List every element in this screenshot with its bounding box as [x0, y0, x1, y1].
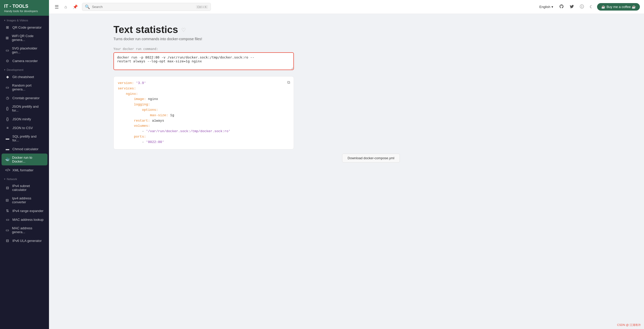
main-content: Text statistics ♡ Turns docker run comma…	[98, 14, 644, 329]
pin-button[interactable]: 📌	[71, 3, 79, 10]
sidebar-item-json-csv[interactable]: ≡ JSON to CSV	[2, 124, 47, 132]
lines-icon: ≡	[5, 126, 10, 130]
page-title: Text statistics	[113, 24, 178, 35]
buy-coffee-button[interactable]: ☕ Buy me a coffee ☕	[597, 3, 640, 11]
braces-icon: {}	[5, 117, 10, 121]
app-title: IT - TOOLS	[4, 4, 45, 9]
network-icon: ⊟	[5, 186, 10, 190]
sidebar-item-sql-prettify[interactable]: ▬ SQL prettify and for...	[2, 132, 47, 144]
search-input[interactable]	[92, 5, 194, 9]
sidebar-item-chmod[interactable]: ▬ Chmod calculator	[2, 145, 47, 153]
output-box: ⧉ version: '3.9' services: nginx: image:…	[113, 76, 294, 149]
coffee-icon: ☕	[601, 5, 605, 9]
sidebar: IT - TOOLS Handy tools for developers ▾ …	[0, 0, 49, 329]
sidebar-item-ipv4-subnet[interactable]: ⊟ IPv4 subnet calculator	[2, 182, 47, 194]
sidebar-item-xml-formatter[interactable]: </> XML formatter	[2, 166, 47, 174]
network-icon: ⊟	[5, 239, 10, 243]
search-icon: 🔍	[85, 4, 90, 9]
rect-icon: ▭	[5, 85, 10, 89]
code-icon: </>	[5, 168, 10, 172]
sidebar-item-mac-lookup[interactable]: ▭ MAC address lookup	[2, 215, 47, 224]
buy-coffee-label: Buy me a coffee ☕	[607, 5, 636, 9]
home-button[interactable]: ⌂	[63, 4, 69, 10]
yaml-output: version: '3.9' services: nginx: image: n…	[118, 81, 290, 145]
section-images-videos[interactable]: ▾ Images & Videos	[0, 16, 49, 23]
menu-button[interactable]: ☰	[53, 3, 60, 11]
section-network[interactable]: ▾ Network	[0, 174, 49, 182]
docker-icon: 🐳	[5, 157, 10, 162]
sidebar-item-docker-run[interactable]: 🐳 Docker run to Docker...	[2, 154, 47, 165]
sidebar-item-ipv6-ula[interactable]: ⊟ IPv6 ULA generator	[2, 237, 47, 245]
sidebar-item-random-port[interactable]: ▭ Random port genera...	[2, 81, 47, 93]
input-label: Your docker run command:	[113, 47, 629, 51]
sidebar-item-json-minify[interactable]: {} JSON minify	[2, 115, 47, 123]
sidebar-item-ipv4-converter[interactable]: ⊟ Ipv4 address converter	[2, 194, 47, 206]
language-label: English	[539, 5, 550, 9]
grid-icon: ⊞	[5, 36, 9, 40]
docker-command-input[interactable]: docker run -p 8022:80 -v /var/run/docker…	[113, 52, 294, 70]
section-development[interactable]: ▾ Development	[0, 65, 49, 72]
copy-button[interactable]: ⧉	[286, 79, 291, 86]
rect-icon: ▭	[5, 217, 10, 222]
page-header: Text statistics ♡	[113, 24, 629, 35]
info-button[interactable]: ⓘ	[578, 3, 586, 11]
chevron-icon: ▾	[4, 178, 5, 180]
search-box[interactable]: 🔍 Ctrl + K	[82, 3, 211, 11]
page-description: Turns docker run commands into docker-co…	[113, 37, 629, 41]
sidebar-header[interactable]: IT - TOOLS Handy tools for developers	[0, 0, 49, 16]
github-button[interactable]	[557, 3, 566, 11]
chevron-icon: ▾	[4, 19, 5, 22]
sidebar-item-qr-code[interactable]: ⊞ QR Code generator	[2, 23, 47, 31]
sidebar-item-svg-placeholder[interactable]: ▭ SVG placeholder gen...	[2, 44, 47, 56]
sidebar-item-wifi-qr[interactable]: ⊞ WiFi QR Code genera...	[2, 32, 47, 44]
rect-icon: ▭	[5, 48, 10, 52]
sidebar-item-ipv4-range[interactable]: ⇅ IPv4 range expander	[2, 207, 47, 215]
dark-mode-button[interactable]: ☾	[588, 3, 595, 11]
diamond-icon: ◆	[5, 75, 10, 79]
chevron-down-icon: ▾	[551, 5, 553, 9]
download-button[interactable]: Download docker-compose.yml	[342, 154, 400, 163]
network-icon: ⊟	[5, 198, 10, 202]
language-selector[interactable]: English ▾	[537, 4, 555, 10]
sidebar-item-git-cheatsheet[interactable]: ◆ Git cheatsheet	[2, 73, 47, 81]
watermark: CSDN @ 江湖有许	[617, 323, 641, 327]
file-icon: ▬	[5, 147, 10, 151]
sidebar-item-camera[interactable]: ⊙ Camera recorder	[2, 57, 47, 65]
twitter-button[interactable]	[568, 3, 576, 11]
app-subtitle: Handy tools for developers	[4, 10, 45, 13]
rect-icon: ▭	[5, 228, 10, 232]
expand-icon: ⇅	[5, 209, 10, 213]
twitter-icon	[569, 4, 574, 9]
favorite-button[interactable]: ♡	[181, 27, 186, 33]
clock-icon: ◷	[5, 96, 10, 100]
search-shortcut: Ctrl + K	[196, 5, 208, 9]
camera-icon: ⊙	[5, 59, 10, 63]
sidebar-item-mac-gen[interactable]: ▭ MAC address genera...	[2, 224, 47, 236]
chevron-icon: ▾	[4, 69, 5, 71]
sidebar-item-json-prettify[interactable]: {} JSON prettify and for...	[2, 103, 47, 114]
topbar-right: English ▾ ⓘ ☾ ☕ Buy me a coffee ☕	[537, 3, 640, 11]
grid-icon: ⊞	[5, 25, 10, 29]
github-icon	[559, 4, 564, 9]
topbar: ☰ ⌂ 📌 🔍 Ctrl + K English ▾ ⓘ ☾ ☕ Buy me …	[49, 0, 644, 14]
sidebar-item-crontab[interactable]: ◷ Crontab generator	[2, 94, 47, 102]
db-icon: ▬	[5, 136, 10, 140]
braces-icon: {}	[5, 106, 10, 111]
